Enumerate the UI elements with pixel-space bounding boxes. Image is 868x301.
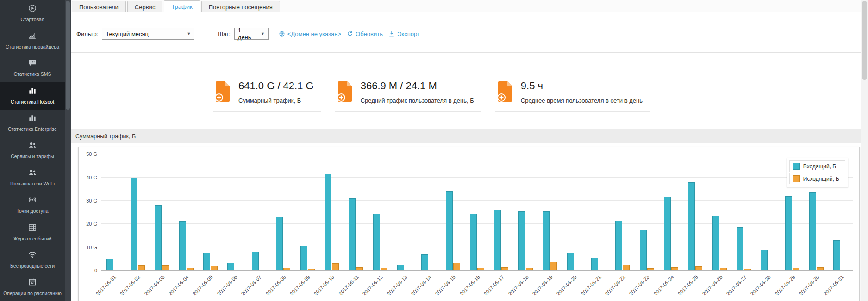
step-label: Шаг: — [218, 31, 231, 37]
bar-incoming[interactable] — [227, 263, 234, 271]
bar-incoming[interactable] — [567, 253, 574, 270]
x-tick-label: 2017-05-09 — [289, 274, 311, 296]
sidebar-item[interactable]: Статистика Enterprise — [0, 110, 65, 137]
step-select[interactable]: 1 день ▼ — [234, 28, 269, 40]
bar-outgoing[interactable] — [550, 262, 557, 270]
bar-outgoing[interactable] — [501, 267, 508, 271]
bar-incoming[interactable] — [494, 210, 501, 270]
page-scrollbar-thumb[interactable] — [862, 1, 867, 80]
y-tick-label: 50 G — [86, 151, 97, 157]
bar-outgoing[interactable] — [720, 268, 727, 270]
bar-outgoing[interactable] — [356, 267, 363, 270]
bar-incoming[interactable] — [203, 253, 210, 270]
bar-incoming[interactable] — [349, 198, 356, 270]
bar-incoming[interactable] — [131, 178, 137, 271]
bar-incoming[interactable] — [325, 174, 331, 270]
bar-outgoing[interactable] — [477, 268, 484, 270]
bar-outgoing[interactable] — [259, 270, 266, 271]
bar-group — [465, 154, 489, 270]
bar-incoming[interactable] — [543, 211, 550, 271]
x-tick-label: 2017-05-02 — [119, 274, 141, 296]
sidebar-item[interactable]: Статистика SMS — [0, 55, 65, 82]
sidebar-item[interactable]: Точки доступа — [0, 191, 65, 219]
bar-outgoing[interactable] — [405, 270, 412, 271]
x-tick-label: 2017-05-29 — [774, 274, 796, 296]
domain-link[interactable]: <Домен не указан> — [279, 31, 341, 37]
sidebar-item[interactable]: Беспроводные сети — [0, 246, 65, 274]
sidebar-item[interactable]: Операции по расписанию — [0, 274, 65, 301]
bar-incoming[interactable] — [761, 250, 768, 270]
bar-incoming[interactable] — [179, 221, 186, 270]
area-chart-icon — [28, 31, 37, 40]
bar-outgoing[interactable] — [211, 266, 218, 270]
bar-incoming[interactable] — [785, 196, 792, 270]
sidebar-item[interactable]: Журнал событий — [0, 219, 65, 246]
bar-outgoing[interactable] — [114, 270, 121, 271]
bar-outgoing[interactable] — [623, 265, 630, 271]
chevron-down-icon: ▼ — [187, 31, 191, 36]
sidebar-scrollbar-thumb[interactable] — [66, 1, 70, 110]
bar-outgoing[interactable] — [841, 270, 848, 270]
bar-incoming[interactable] — [106, 259, 113, 270]
bar-incoming[interactable] — [737, 227, 743, 270]
bar-outgoing[interactable] — [744, 269, 751, 270]
bar-incoming[interactable] — [252, 252, 259, 270]
bar-outgoing[interactable] — [817, 267, 824, 270]
bar-outgoing[interactable] — [332, 263, 339, 270]
bar-outgoing[interactable] — [453, 263, 460, 271]
bar-outgoing[interactable] — [308, 269, 315, 270]
sidebar-item[interactable]: Пользователи Wi-Fi — [0, 164, 65, 191]
bar-incoming[interactable] — [397, 265, 404, 271]
bar-incoming[interactable] — [421, 254, 428, 270]
bar-incoming[interactable] — [688, 182, 695, 271]
x-tick-label: 2017-05-08 — [264, 274, 287, 296]
sidebar-item[interactable]: Статистика Hotspot — [0, 82, 65, 110]
bar-incoming[interactable] — [615, 221, 622, 270]
bar-incoming[interactable] — [712, 216, 719, 270]
bar-incoming[interactable] — [470, 214, 477, 271]
bar-outgoing[interactable] — [671, 267, 678, 271]
bar-outgoing[interactable] — [768, 270, 775, 271]
bar-outgoing[interactable] — [381, 268, 387, 271]
bar-incoming[interactable] — [591, 258, 598, 271]
refresh-link[interactable]: Обновить — [347, 31, 383, 37]
table-icon — [28, 223, 37, 232]
page-scrollbar[interactable] — [861, 0, 868, 301]
bar-incoming[interactable] — [300, 246, 307, 270]
sidebar-item[interactable]: Сервисы и тарифы — [0, 137, 65, 164]
bar-incoming[interactable] — [833, 240, 840, 271]
bar-outgoing[interactable] — [695, 266, 702, 270]
sidebar-scrollbar[interactable] — [65, 0, 71, 301]
bar-outgoing[interactable] — [575, 270, 581, 271]
bar-outgoing[interactable] — [599, 270, 606, 271]
bar-incoming[interactable] — [664, 197, 671, 270]
sidebar-item[interactable]: Статистика провайдера — [0, 27, 65, 55]
tab[interactable]: Трафик — [164, 0, 200, 12]
x-axis: 2017-05-01 2017-05-02 2017-05-03 2017-05… — [101, 271, 853, 301]
bar-outgoing[interactable] — [187, 268, 194, 270]
play-circle-icon — [28, 4, 37, 13]
bar-incoming[interactable] — [373, 214, 380, 271]
bar-incoming[interactable] — [518, 211, 525, 271]
tab[interactable]: Сервис — [127, 1, 163, 12]
bar-incoming[interactable] — [809, 192, 816, 270]
bar-outgoing[interactable] — [429, 270, 436, 271]
bar-outgoing[interactable] — [138, 265, 145, 270]
bar-outgoing[interactable] — [162, 265, 169, 271]
x-tick-label: 2017-05-04 — [168, 274, 190, 296]
bar-outgoing[interactable] — [647, 268, 654, 270]
sidebar-item[interactable]: Стартовая — [0, 0, 65, 27]
tab[interactable]: Пользователи — [72, 1, 126, 12]
bar-incoming[interactable] — [276, 217, 283, 270]
bar-outgoing[interactable] — [235, 270, 242, 271]
bar-incoming[interactable] — [446, 191, 453, 270]
tab[interactable]: Повторные посещения — [201, 1, 280, 12]
bar-outgoing[interactable] — [793, 268, 799, 270]
bar-outgoing[interactable] — [526, 268, 533, 270]
bar-outgoing[interactable] — [283, 268, 290, 270]
bar-incoming[interactable] — [640, 230, 647, 270]
legend-label: Входящий, Б — [803, 163, 836, 170]
bar-incoming[interactable] — [155, 205, 162, 270]
export-link[interactable]: Экспорт — [388, 31, 420, 37]
period-select[interactable]: Текущий месяц ▼ — [102, 28, 194, 40]
